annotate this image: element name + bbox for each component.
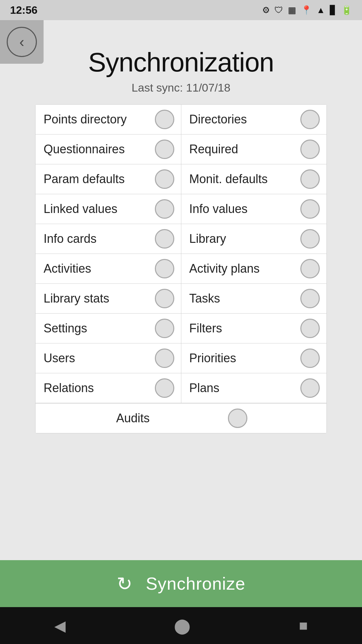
main-content: Synchronization Last sync: 11/07/18 Poin… [0,20,362,607]
cell-label-left-0: Points directory [44,112,127,126]
table-row: Library stats Tasks [36,284,326,314]
last-sync-label: Last sync: 11/07/18 [132,81,231,94]
cell-right-8: Priorities [181,343,327,373]
cell-label-right-1: Required [189,142,238,156]
radio-audits[interactable] [228,409,247,428]
status-icons: ⚙ 🛡 ▦ 📍 ▲ ▊ 🔋 [262,5,352,15]
nav-bar: ◀ ⬤ ■ [0,607,362,644]
cell-label-right-5: Activity plans [189,262,260,276]
radio-right-0[interactable] [300,110,320,129]
cell-label-right-8: Priorities [189,351,236,365]
radio-left-9[interactable] [155,378,174,398]
table-row: Param defaults Monit. defaults [36,164,326,194]
table-row: Activities Activity plans [36,254,326,284]
table-row: Relations Plans [36,373,326,403]
cell-label-left-2: Param defaults [44,172,125,186]
cell-left-9: Relations [36,373,181,403]
sync-grid: Points directory Directories Questionnai… [35,104,327,433]
cell-label-right-0: Directories [189,112,247,126]
cell-label-right-3: Info values [189,202,248,216]
table-row: Points directory Directories [36,105,326,135]
table-row: Users Priorities [36,343,326,373]
radio-left-3[interactable] [155,199,174,219]
cell-label-right-6: Tasks [189,291,220,306]
back-arrow-icon: ‹ [19,35,24,49]
cell-label-left-4: Info cards [44,232,97,246]
battery-icon: 🔋 [341,5,352,15]
cell-label-left-8: Users [44,351,75,365]
radio-right-1[interactable] [300,140,320,159]
radio-right-2[interactable] [300,169,320,189]
back-area: ‹ [0,20,44,64]
cell-label-right-7: Filters [189,321,222,335]
radio-right-7[interactable] [300,319,320,338]
audits-label: Audits [116,411,150,425]
wifi-icon: ▲ [316,5,325,15]
signal-icon: ▊ [330,5,337,15]
cell-label-left-7: Settings [44,321,87,335]
radio-left-1[interactable] [155,140,174,159]
nav-recents-icon[interactable]: ■ [299,617,308,634]
cell-label-left-9: Relations [44,381,94,395]
cell-right-0: Directories [181,105,327,134]
cell-left-7: Settings [36,314,181,343]
status-time: 12:56 [10,4,38,16]
table-row: Settings Filters [36,314,326,343]
cell-right-6: Tasks [181,284,327,313]
cell-label-right-4: Library [189,232,226,246]
radio-left-5[interactable] [155,259,174,278]
sync-icon: ↻ [117,573,132,595]
radio-right-6[interactable] [300,289,320,308]
synchronize-button[interactable]: ↻ Synchronize [0,560,362,607]
cell-left-1: Questionnaires [36,135,181,164]
shield-icon: 🛡 [275,5,283,15]
radio-right-4[interactable] [300,229,320,249]
audits-row: Audits [36,403,326,433]
sync-label: Synchronize [146,574,245,594]
cell-label-left-6: Library stats [44,291,109,306]
cell-left-6: Library stats [36,284,181,313]
sim-icon: ▦ [288,5,296,15]
radio-left-0[interactable] [155,110,174,129]
radio-right-8[interactable] [300,348,320,368]
table-row: Linked values Info values [36,194,326,224]
cell-label-left-5: Activities [44,262,91,276]
location-icon: 📍 [301,5,312,15]
cell-left-8: Users [36,343,181,373]
cell-label-right-9: Plans [189,381,220,395]
cell-label-right-2: Monit. defaults [189,172,268,186]
cell-left-5: Activities [36,254,181,283]
radio-left-6[interactable] [155,289,174,308]
cell-left-3: Linked values [36,194,181,224]
radio-right-9[interactable] [300,378,320,398]
table-row: Info cards Library [36,224,326,254]
cell-left-4: Info cards [36,224,181,254]
radio-left-8[interactable] [155,348,174,368]
radio-left-7[interactable] [155,319,174,338]
audits-cell: Audits [108,404,254,433]
radio-right-5[interactable] [300,259,320,278]
table-row: Questionnaires Required [36,135,326,164]
cell-right-1: Required [181,135,327,164]
cell-left-0: Points directory [36,105,181,134]
radio-left-2[interactable] [155,169,174,189]
cell-label-left-3: Linked values [44,202,117,216]
status-bar: 12:56 ⚙ 🛡 ▦ 📍 ▲ ▊ 🔋 [0,0,362,20]
cell-right-9: Plans [181,373,327,403]
cell-right-7: Filters [181,314,327,343]
radio-right-3[interactable] [300,199,320,219]
cell-right-5: Activity plans [181,254,327,283]
cell-label-left-1: Questionnaires [44,142,125,156]
back-button[interactable]: ‹ [7,27,37,57]
page-title: Synchronization [88,47,274,78]
cell-right-2: Monit. defaults [181,164,327,194]
cell-right-4: Library [181,224,327,254]
settings-icon: ⚙ [262,5,270,15]
radio-left-4[interactable] [155,229,174,249]
nav-home-icon[interactable]: ⬤ [174,617,190,634]
nav-back-icon[interactable]: ◀ [54,617,66,634]
cell-right-3: Info values [181,194,327,224]
cell-left-2: Param defaults [36,164,181,194]
